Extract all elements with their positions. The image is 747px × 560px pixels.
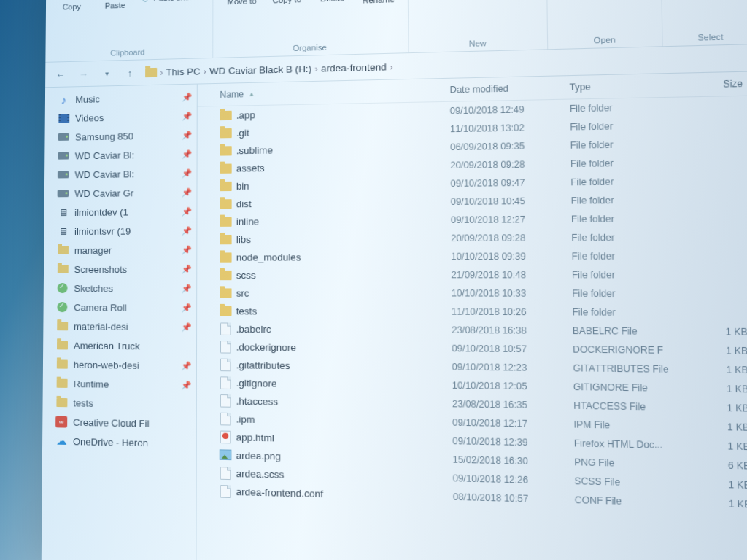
sidebar-item-label: WD Caviar Bl: xyxy=(75,149,135,161)
list-item[interactable]: node_modules10/10/2018 09:39File folder xyxy=(197,246,747,266)
folder-icon xyxy=(57,263,69,275)
ribbon-group-new: New folder ✦New item ▾ ⚑Easy access ▾ Ne… xyxy=(409,0,548,52)
breadcrumb-item[interactable]: This PC xyxy=(166,66,201,77)
paste-shortcut-button[interactable]: 📎Paste shortcut xyxy=(139,0,206,6)
file-size: 1 KB xyxy=(690,421,747,433)
sidebar-item[interactable]: Camera Roll📌 xyxy=(44,298,197,317)
file-icon xyxy=(220,322,232,335)
drive-icon xyxy=(58,187,69,199)
pin-icon: 📌 xyxy=(182,284,192,293)
sidebar-item[interactable]: WD Caviar Bl:📌 xyxy=(44,144,196,166)
sidebar-item-label: manager xyxy=(74,244,112,255)
file-type: File folder xyxy=(571,195,686,206)
file-size: 1 KB xyxy=(689,345,747,357)
file-size xyxy=(686,162,744,163)
nav-up-button[interactable]: ↑ xyxy=(122,65,138,81)
file-icon xyxy=(220,359,232,371)
file-date: 23/08/2018 16:35 xyxy=(452,399,573,411)
nav-back-button[interactable]: ← xyxy=(53,66,69,82)
sidebar-item[interactable]: WD Caviar Gr📌 xyxy=(44,182,197,203)
list-item[interactable]: scss21/09/2018 10:48File folder xyxy=(197,265,747,284)
col-name[interactable]: Name ▲ xyxy=(220,85,449,100)
list-item[interactable]: libs20/09/2018 09:28File folder xyxy=(197,227,747,248)
file-size: 6 KB xyxy=(691,459,747,472)
file-name: libs xyxy=(236,233,251,244)
nav-forward-button[interactable]: → xyxy=(75,66,91,82)
sidebar-item-label: Samsung 850 xyxy=(75,131,133,142)
sidebar-item[interactable]: Screenshots📌 xyxy=(44,260,196,279)
file-name: assets xyxy=(236,162,265,174)
col-type[interactable]: Type xyxy=(570,79,685,93)
sidebar-item[interactable]: Videos📌 xyxy=(45,106,197,128)
file-name: .app xyxy=(236,109,255,121)
sidebar-item[interactable]: Samsung 850📌 xyxy=(44,125,196,147)
properties-button[interactable]: Properties xyxy=(555,0,601,3)
file-icon xyxy=(220,485,232,497)
sidebar-item[interactable]: WD Caviar Bl:📌 xyxy=(44,163,197,184)
folder-icon xyxy=(220,305,232,316)
file-icon xyxy=(220,341,232,353)
list-item[interactable]: src10/10/2018 10:33File folder xyxy=(197,284,747,304)
ribbon-open-label: Open xyxy=(594,35,616,48)
sidebar-item[interactable]: ♪Music📌 xyxy=(45,88,197,109)
file-name: .htaccess xyxy=(236,395,278,407)
history-button[interactable]: 🕑History xyxy=(604,0,653,1)
sidebar-item[interactable]: manager📌 xyxy=(44,240,196,260)
file-date: 20/09/2018 09:28 xyxy=(451,233,571,244)
move-to-button[interactable]: Move to xyxy=(221,0,263,9)
sidebar-item[interactable]: 🖥ilmiontsvr (19📌 xyxy=(44,221,196,241)
new-folder-button[interactable]: New folder xyxy=(417,0,460,1)
file-icon xyxy=(220,467,232,479)
file-size: 1 KB xyxy=(692,497,747,510)
sidebar-item[interactable]: 🖥ilmiontdev (1📌 xyxy=(44,202,197,222)
pin-icon: 📌 xyxy=(182,206,192,216)
col-size[interactable]: Size xyxy=(684,78,743,90)
col-date[interactable]: Date modified xyxy=(449,82,569,95)
file-size xyxy=(686,181,745,182)
rename-button[interactable]: Rename xyxy=(357,0,400,5)
copy-to-button[interactable]: Copy to xyxy=(266,0,308,8)
nav-recent-button[interactable]: ▾ xyxy=(98,65,115,81)
creative-cloud-icon: ∞ xyxy=(55,416,67,427)
sidebar-item[interactable]: Runtime📌 xyxy=(43,373,196,394)
file-date: 23/08/2018 16:38 xyxy=(452,324,573,336)
folder-icon xyxy=(220,144,231,156)
sidebar-item[interactable]: American Truck xyxy=(43,335,196,356)
file-name: src xyxy=(236,287,249,298)
file-size: 1 KB xyxy=(689,402,747,413)
file-date: 09/10/2018 12:27 xyxy=(451,214,571,225)
copy-button[interactable]: 📋Copy xyxy=(52,0,92,12)
ribbon-group-clipboard: 📋Copy 📋Paste 🔗Copy path 📎Paste shortcut … xyxy=(51,0,214,62)
video-icon xyxy=(58,112,69,124)
sidebar-item-label: Runtime xyxy=(74,378,109,389)
folder-icon xyxy=(56,339,68,351)
pin-icon: 📌 xyxy=(181,361,191,370)
file-name: .dockerignore xyxy=(236,341,296,353)
pin-icon: 📌 xyxy=(182,226,192,236)
file-type: File folder xyxy=(570,139,686,151)
breadcrumb-item[interactable]: WD Caviar Black B (H:) xyxy=(209,63,311,76)
sidebar-item[interactable]: ∞Creative Cloud Fil xyxy=(42,412,196,434)
paste-button[interactable]: 📋Paste xyxy=(95,0,136,11)
sidebar-item-label: tests xyxy=(73,397,93,409)
file-date: 20/09/2018 09:28 xyxy=(450,158,570,171)
file-name: .gitignore xyxy=(236,377,277,389)
sidebar-item[interactable]: tests xyxy=(42,393,196,415)
sidebar-item-label: heron-web-desi xyxy=(74,359,139,370)
sidebar-item[interactable]: Sketches📌 xyxy=(44,279,196,298)
pin-icon: 📌 xyxy=(182,245,192,254)
sidebar-item-label: WD Caviar Bl: xyxy=(75,168,135,180)
folder-icon xyxy=(220,109,231,121)
file-name: .babelrc xyxy=(236,323,271,335)
file-size xyxy=(684,106,743,106)
drive-icon xyxy=(58,168,69,180)
breadcrumb-item[interactable]: ardea-frontend xyxy=(321,61,387,74)
file-size xyxy=(685,143,743,144)
folder-icon xyxy=(220,251,232,262)
delete-button[interactable]: ✕Delete xyxy=(311,0,354,7)
sidebar-item[interactable]: heron-web-desi📌 xyxy=(43,354,196,376)
sidebar-item[interactable]: material-desi📌 xyxy=(43,316,196,337)
folder-icon xyxy=(220,233,231,245)
sidebar-item[interactable]: ☁OneDrive - Heron xyxy=(42,431,196,454)
drive-icon xyxy=(58,131,69,143)
